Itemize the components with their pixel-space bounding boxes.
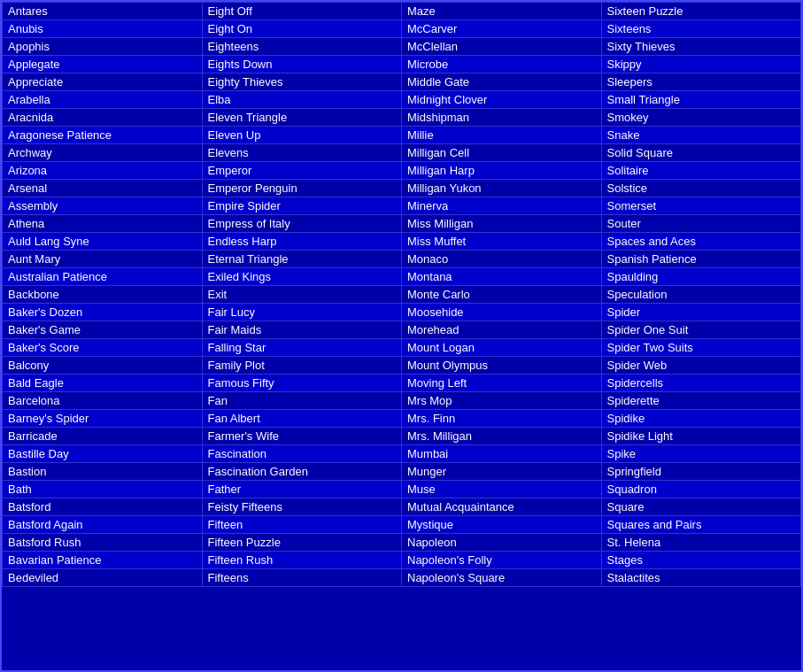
table-cell: Microbe xyxy=(402,56,602,73)
table-cell: Square xyxy=(601,498,801,516)
table-cell: Squadron xyxy=(601,481,801,498)
table-cell: Bald Eagle xyxy=(3,375,203,392)
table-cell: Batsford Again xyxy=(3,516,203,534)
table-cell: Bath xyxy=(3,481,203,498)
table-cell: Assembly xyxy=(3,197,203,215)
table-row: ArsenalEmperor PenguinMilligan YukonSols… xyxy=(3,180,801,197)
table-cell: Barcelona xyxy=(3,392,203,410)
table-cell: Bedeviled xyxy=(3,569,203,587)
table-cell: Skippy xyxy=(601,56,801,73)
table-cell: Millie xyxy=(402,127,602,144)
table-cell: Napoleon's Folly xyxy=(402,552,602,569)
table-cell: Spidike Light xyxy=(601,428,801,445)
table-cell: Spiderette xyxy=(601,392,801,410)
table-row: ArchwayElevensMilligan CellSolid Square xyxy=(3,144,801,162)
table-cell: Emperor xyxy=(202,162,402,180)
table-cell: Spaces and Aces xyxy=(601,233,801,251)
table-row: Bastille DayFascinationMumbaiSpike xyxy=(3,445,801,463)
table-cell: Apophis xyxy=(3,38,203,56)
table-cell: Batsford Rush xyxy=(3,534,203,552)
table-cell: Napoleon xyxy=(402,534,602,552)
table-cell: Morehead xyxy=(402,321,602,339)
table-cell: Barney's Spider xyxy=(3,410,203,428)
table-row: Baker's DozenFair LucyMoosehideSpider xyxy=(3,304,801,321)
table-cell: Balcony xyxy=(3,357,203,375)
table-cell: Miss Milligan xyxy=(402,215,602,233)
table-cell: Falling Star xyxy=(202,339,402,357)
table-cell: Solstice xyxy=(601,180,801,197)
table-cell: Farmer's Wife xyxy=(202,428,402,445)
table-cell: Family Plot xyxy=(202,357,402,375)
table-cell: McCarver xyxy=(402,20,602,38)
table-row: Aunt MaryEternal TriangleMonacoSpanish P… xyxy=(3,251,801,268)
table-cell: Baker's Score xyxy=(3,339,203,357)
table-cell: Spaulding xyxy=(601,268,801,286)
table-cell: Backbone xyxy=(3,286,203,304)
table-cell: Milligan Harp xyxy=(402,162,602,180)
table-row: Bald EagleFamous FiftyMoving LeftSpiderc… xyxy=(3,375,801,392)
table-cell: Aunt Mary xyxy=(3,251,203,268)
table-cell: Stages xyxy=(601,552,801,569)
main-container: AntaresEight OffMazeSixteen PuzzleAnubis… xyxy=(0,0,803,672)
table-cell: Baker's Game xyxy=(3,321,203,339)
table-cell: Spanish Patience xyxy=(601,251,801,268)
table-row: BastionFascination GardenMungerSpringfie… xyxy=(3,463,801,481)
table-cell: Mumbai xyxy=(402,445,602,463)
table-cell: Applegate xyxy=(3,56,203,73)
table-row: BalconyFamily PlotMount OlympusSpider We… xyxy=(3,357,801,375)
table-cell: Moosehide xyxy=(402,304,602,321)
table-cell: Emperor Penguin xyxy=(202,180,402,197)
table-cell: Spike xyxy=(601,445,801,463)
table-cell: Aragonese Patience xyxy=(3,127,203,144)
table-cell: Fascination xyxy=(202,445,402,463)
table-cell: Aracnida xyxy=(3,109,203,127)
table-row: BatsfordFeisty FifteensMutual Acquaintan… xyxy=(3,498,801,516)
game-list-table: AntaresEight OffMazeSixteen PuzzleAnubis… xyxy=(2,2,801,587)
table-cell: Fifteen xyxy=(202,516,402,534)
table-cell: Midnight Clover xyxy=(402,91,602,109)
table-row: AthenaEmpress of ItalyMiss MilliganSoute… xyxy=(3,215,801,233)
table-cell: Arabella xyxy=(3,91,203,109)
table-cell: Spider Web xyxy=(601,357,801,375)
table-cell: Eleven Triangle xyxy=(202,109,402,127)
table-row: BarcelonaFanMrs MopSpiderette xyxy=(3,392,801,410)
table-cell: Fan xyxy=(202,392,402,410)
table-cell: Speculation xyxy=(601,286,801,304)
table-cell: Exiled Kings xyxy=(202,268,402,286)
table-cell: Mrs. Finn xyxy=(402,410,602,428)
table-cell: Midshipman xyxy=(402,109,602,127)
table-row: ArizonaEmperorMilligan HarpSolitaire xyxy=(3,162,801,180)
table-cell: Middle Gate xyxy=(402,73,602,91)
table-cell: Monte Carlo xyxy=(402,286,602,304)
table-row: AssemblyEmpire SpiderMinervaSomerset xyxy=(3,197,801,215)
table-cell: Squares and Pairs xyxy=(601,516,801,534)
table-cell: Eleven Up xyxy=(202,127,402,144)
table-row: AntaresEight OffMazeSixteen Puzzle xyxy=(3,3,801,20)
table-cell: Spidike xyxy=(601,410,801,428)
table-cell: Exit xyxy=(202,286,402,304)
table-cell: St. Helena xyxy=(601,534,801,552)
table-cell: Eight Off xyxy=(202,3,402,20)
table-cell: Spidercells xyxy=(601,375,801,392)
table-cell: Famous Fifty xyxy=(202,375,402,392)
table-cell: Auld Lang Syne xyxy=(3,233,203,251)
table-cell: Fifteen Rush xyxy=(202,552,402,569)
table-cell: Fascination Garden xyxy=(202,463,402,481)
table-cell: Sixteen Puzzle xyxy=(601,3,801,20)
table-row: ApophisEighteensMcClellanSixty Thieves xyxy=(3,38,801,56)
table-cell: Stalactites xyxy=(601,569,801,587)
table-cell: Eight On xyxy=(202,20,402,38)
table-cell: Arizona xyxy=(3,162,203,180)
table-cell: Napoleon's Square xyxy=(402,569,602,587)
table-row: AnubisEight OnMcCarverSixteens xyxy=(3,20,801,38)
table-row: Barney's SpiderFan AlbertMrs. FinnSpidik… xyxy=(3,410,801,428)
table-cell: Small Triangle xyxy=(601,91,801,109)
table-cell: Minerva xyxy=(402,197,602,215)
table-cell: Spider One Suit xyxy=(601,321,801,339)
table-cell: Snake xyxy=(601,127,801,144)
table-row: BackboneExitMonte CarloSpeculation xyxy=(3,286,801,304)
table-cell: Bastille Day xyxy=(3,445,203,463)
table-cell: Milligan Yukon xyxy=(402,180,602,197)
table-cell: Fan Albert xyxy=(202,410,402,428)
table-cell: Montana xyxy=(402,268,602,286)
